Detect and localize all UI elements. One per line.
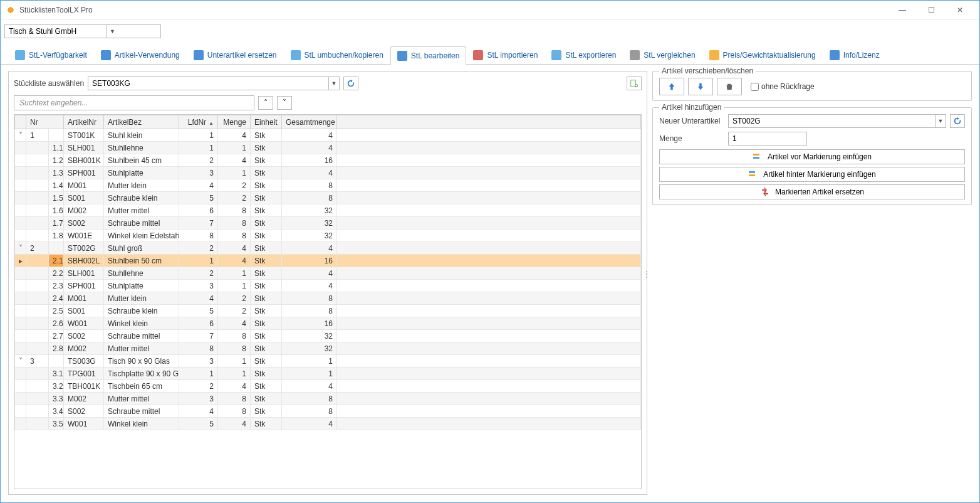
expand-toggle[interactable] — [15, 267, 26, 280]
bom-table[interactable]: Nr ArtikelNr ArtikelBez LfdNr Menge Einh… — [14, 115, 641, 430]
expand-toggle[interactable] — [15, 142, 26, 154]
cell-artikelbez: Stuhl klein — [104, 129, 179, 142]
expand-toggle[interactable] — [15, 380, 26, 393]
tab-5[interactable]: StL importieren — [466, 46, 545, 64]
tab-label: StL-Verfügbarkeit — [29, 51, 87, 60]
new-sub-value[interactable] — [729, 115, 935, 127]
no-prompt-checkbox[interactable]: ohne Rückfrage — [751, 82, 815, 91]
table-row[interactable]: 3.4S002Schraube mittel48Stk8 — [15, 405, 641, 418]
tab-8[interactable]: Preis/Gewichtaktualisierung — [702, 46, 823, 64]
expand-toggle[interactable] — [15, 179, 26, 192]
expand-toggle[interactable] — [15, 305, 26, 317]
table-row[interactable]: 1.1SLH001Stuhllehne11Stk4 — [15, 142, 641, 154]
table-row[interactable]: 1.4M001Mutter klein42Stk8 — [15, 179, 641, 192]
table-row[interactable]: 1.8W001EWinkel klein Edelstahl88Stk32 — [15, 230, 641, 242]
refresh-new-sub-button[interactable] — [950, 114, 965, 128]
col-artikelbez[interactable]: ArtikelBez — [104, 115, 179, 129]
col-nr[interactable]: Nr — [26, 115, 64, 129]
company-select-value[interactable] — [5, 25, 107, 38]
delete-button[interactable] — [717, 78, 742, 95]
tab-7[interactable]: StL vergleichen — [623, 46, 702, 64]
table-row[interactable]: 2.8M002Mutter mittel88Stk32 — [15, 342, 641, 355]
qty-input[interactable] — [728, 132, 807, 146]
table-row[interactable]: 3.5W001Winkel klein54Stk4 — [15, 418, 641, 430]
minimize-button[interactable]: — — [888, 1, 917, 19]
expand-toggle[interactable]: ˅ — [15, 129, 26, 142]
move-up-button[interactable] — [659, 78, 684, 95]
table-row[interactable]: 1.6M002Mutter mittel68Stk32 — [15, 204, 641, 217]
table-row[interactable]: 2.2SLH001Stuhllehne21Stk4 — [15, 267, 641, 280]
col-lfdnr[interactable]: LfdNr — [179, 115, 218, 129]
expand-toggle[interactable] — [15, 217, 26, 230]
search-input[interactable] — [14, 95, 254, 110]
table-row[interactable]: 2.3SPH001Stuhlplatte31Stk4 — [15, 280, 641, 292]
chevron-down-icon[interactable]: ▼ — [107, 25, 118, 38]
tab-9[interactable]: Info/Lizenz — [823, 46, 887, 64]
chevron-down-icon[interactable]: ▼ — [935, 115, 946, 127]
table-row[interactable]: 3.1TPG001Tischplatte 90 x 90 Glas11Stk1 — [15, 368, 641, 380]
insert-before-button[interactable]: Artikel vor Markierung einfügen — [659, 149, 965, 164]
table-row[interactable]: ˅3TS003GTisch 90 x 90 Glas31Stk1 — [15, 355, 641, 368]
splitter-handle-icon[interactable]: ⋮ — [643, 270, 652, 278]
col-gesamtmenge[interactable]: Gesamtmenge — [282, 115, 337, 129]
new-sub-select[interactable]: ▼ — [728, 114, 946, 128]
expand-toggle[interactable] — [15, 330, 26, 342]
close-button[interactable]: ✕ — [946, 1, 974, 19]
no-prompt-input[interactable] — [751, 83, 759, 91]
insert-after-button[interactable]: Artikel hinter Markierung einfügen — [659, 167, 965, 182]
table-row[interactable]: 2.7S002Schraube mittel78Stk32 — [15, 330, 641, 342]
company-select[interactable]: ▼ — [4, 24, 161, 38]
expand-toggle[interactable]: ▸ — [15, 255, 26, 267]
bom-select[interactable]: ▼ — [88, 77, 340, 90]
chevron-down-icon[interactable]: ▼ — [328, 77, 339, 90]
tab-2[interactable]: Unterartikel ersetzen — [187, 46, 284, 64]
table-row[interactable]: 1.2SBH001KStuhlbein 45 cm24Stk16 — [15, 154, 641, 167]
expand-toggle[interactable] — [15, 418, 26, 430]
table-row[interactable]: 3.3M002Mutter mittel38Stk8 — [15, 393, 641, 405]
maximize-button[interactable]: ☐ — [917, 1, 946, 19]
search-prev-button[interactable]: ˄ — [258, 96, 273, 110]
table-row[interactable]: 3.2TBH001KTischbein 65 cm24Stk4 — [15, 380, 641, 393]
expand-toggle[interactable] — [15, 393, 26, 405]
expand-toggle[interactable]: ˅ — [15, 355, 26, 368]
table-row[interactable]: ▸2.1SBH002LStuhlbein 50 cm14Stk16 — [15, 255, 641, 267]
table-row[interactable]: ˅1ST001KStuhl klein14Stk4 — [15, 129, 641, 142]
expand-toggle[interactable] — [15, 154, 26, 167]
table-row[interactable]: ˅2ST002GStuhl groß24Stk4 — [15, 242, 641, 255]
tab-4[interactable]: StL bearbeiten — [390, 46, 467, 65]
col-menge[interactable]: Menge — [218, 115, 251, 129]
expand-toggle[interactable] — [15, 167, 26, 179]
refresh-bom-button[interactable] — [343, 77, 358, 90]
expand-toggle[interactable] — [15, 292, 26, 305]
expand-toggle[interactable]: ˅ — [15, 242, 26, 255]
tab-3[interactable]: StL umbuchen/kopieren — [284, 46, 390, 64]
cell-subnr: 2.8 — [49, 342, 64, 355]
expand-toggle[interactable] — [15, 405, 26, 418]
tab-1[interactable]: Artikel-Verwendung — [94, 46, 187, 64]
col-artikelnr[interactable]: ArtikelNr — [64, 115, 104, 129]
move-down-button[interactable] — [688, 78, 713, 95]
expand-toggle[interactable] — [15, 317, 26, 330]
cell-subnr: 1.4 — [49, 179, 64, 192]
expand-toggle[interactable] — [15, 342, 26, 355]
expand-toggle[interactable] — [15, 280, 26, 292]
table-header[interactable]: Nr ArtikelNr ArtikelBez LfdNr Menge Einh… — [15, 115, 641, 129]
table-row[interactable]: 1.7S002Schraube mittel78Stk32 — [15, 217, 641, 230]
tab-6[interactable]: StL exportieren — [545, 46, 623, 64]
table-row[interactable]: 2.5S001Schraube klein52Stk8 — [15, 305, 641, 317]
export-grid-button[interactable] — [627, 77, 642, 90]
expand-toggle[interactable] — [15, 192, 26, 204]
table-row[interactable]: 1.3SPH001Stuhlplatte31Stk4 — [15, 167, 641, 179]
table-row[interactable]: 2.6W001Winkel klein64Stk16 — [15, 317, 641, 330]
replace-button[interactable]: Markierten Artikel ersetzen — [659, 184, 965, 199]
expand-toggle[interactable] — [15, 230, 26, 242]
expand-toggle[interactable] — [15, 204, 26, 217]
col-einheit[interactable]: Einheit — [251, 115, 282, 129]
table-row[interactable]: 1.5S001Schraube klein52Stk8 — [15, 192, 641, 204]
table-row[interactable]: 2.4M001Mutter klein42Stk8 — [15, 292, 641, 305]
bom-select-value[interactable] — [88, 77, 328, 90]
search-next-button[interactable]: ˅ — [277, 96, 292, 110]
tab-0[interactable]: StL-Verfügbarkeit — [8, 46, 94, 64]
cell-einheit: Stk — [251, 380, 282, 393]
expand-toggle[interactable] — [15, 368, 26, 380]
